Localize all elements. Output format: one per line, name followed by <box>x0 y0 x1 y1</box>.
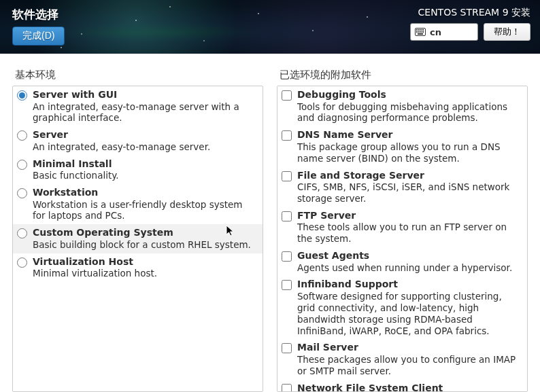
env-option-title: Custom Operating System <box>33 227 257 239</box>
addon-checkbox[interactable] <box>282 343 292 353</box>
addon-option-desc: CIFS, SMB, NFS, iSCSI, iSER, and iSNS ne… <box>297 181 522 204</box>
svg-rect-6 <box>418 31 420 33</box>
svg-rect-7 <box>420 31 422 33</box>
addon-option[interactable]: Infiniband SupportSoftware designed for … <box>277 276 527 339</box>
env-option-desc: Basic functionality. <box>33 170 257 181</box>
env-option-desc: Minimal virtualization host. <box>33 268 257 279</box>
env-option-desc: Workstation is a user-friendly desktop s… <box>33 199 257 222</box>
addon-checkbox[interactable] <box>282 384 292 392</box>
keyboard-layout-selector[interactable]: cn <box>410 23 478 41</box>
env-radio[interactable] <box>17 257 27 268</box>
addon-checkbox[interactable] <box>282 171 292 181</box>
addon-option[interactable]: File and Storage ServerCIFS, SMB, NFS, i… <box>277 167 527 207</box>
addon-option-title: Debugging Tools <box>297 89 522 101</box>
svg-rect-2 <box>418 29 420 31</box>
env-option[interactable]: ServerAn integrated, easy-to-manage serv… <box>13 126 263 155</box>
keyboard-icon <box>415 28 426 36</box>
page-title: 软件选择 <box>12 7 65 22</box>
addon-option[interactable]: FTP ServerThese tools allow you to run a… <box>277 207 527 247</box>
env-option-title: Server <box>33 129 257 141</box>
env-option[interactable]: WorkstationWorkstation is a user-friendl… <box>13 184 263 224</box>
env-option-desc: Basic building block for a custom RHEL s… <box>33 239 257 251</box>
addon-option-title: DNS Name Server <box>297 129 522 141</box>
base-env-list[interactable]: Server with GUIAn integrated, easy-to-ma… <box>12 86 263 392</box>
addon-checkbox[interactable] <box>282 90 292 101</box>
addon-option-title: Network File System Client <box>297 382 522 392</box>
env-option-title: Server with GUI <box>33 89 257 101</box>
addons-list[interactable]: Debugging ToolsTools for debugging misbe… <box>277 86 528 392</box>
env-radio[interactable] <box>17 160 27 170</box>
env-option[interactable]: Minimal InstallBasic functionality. <box>13 156 263 184</box>
keyboard-layout-code: cn <box>430 27 441 37</box>
addon-option-desc: This package group allows you to run a D… <box>297 141 522 164</box>
addon-option-desc: Agents used when running under a hypervi… <box>297 262 522 274</box>
addon-option[interactable]: DNS Name ServerThis package group allows… <box>277 126 527 166</box>
env-option-title: Workstation <box>33 187 257 199</box>
env-option[interactable]: Custom Operating SystemBasic building bl… <box>13 224 263 253</box>
svg-rect-9 <box>418 33 423 35</box>
svg-rect-4 <box>422 29 424 31</box>
installer-title: CENTOS STREAM 9 安装 <box>410 7 530 19</box>
addon-option-title: FTP Server <box>297 210 522 222</box>
svg-rect-8 <box>422 31 424 33</box>
env-option-desc: An integrated, easy-to-manage server. <box>33 141 257 153</box>
base-env-heading: 基本环境 <box>12 69 263 82</box>
env-radio[interactable] <box>17 188 27 198</box>
done-button[interactable]: 完成(D) <box>12 26 65 46</box>
env-radio[interactable] <box>17 130 27 141</box>
svg-rect-1 <box>416 29 418 31</box>
addons-heading: 已选环境的附加软件 <box>277 69 528 82</box>
env-radio[interactable] <box>17 228 27 238</box>
addon-checkbox[interactable] <box>282 130 292 141</box>
env-option[interactable]: Virtualization HostMinimal virtualizatio… <box>13 253 263 282</box>
addon-option-title: Infiniband Support <box>297 279 522 291</box>
svg-rect-3 <box>420 29 422 31</box>
addon-checkbox[interactable] <box>282 211 292 221</box>
addon-option-desc: Tools for debugging misbehaving applicat… <box>297 101 522 124</box>
env-radio[interactable] <box>17 90 27 101</box>
addon-option-title: File and Storage Server <box>297 170 522 182</box>
help-button[interactable]: 帮助！ <box>484 23 530 41</box>
addon-option-desc: These tools allow you to run an FTP serv… <box>297 221 522 245</box>
addon-option[interactable]: Debugging ToolsTools for debugging misbe… <box>277 86 527 126</box>
addon-checkbox[interactable] <box>282 251 292 262</box>
env-option-title: Virtualization Host <box>33 256 257 268</box>
env-option[interactable]: Server with GUIAn integrated, easy-to-ma… <box>13 86 263 126</box>
addon-option[interactable]: Mail ServerThese packages allow you to c… <box>277 339 527 379</box>
addon-option-title: Guest Agents <box>297 250 522 262</box>
env-option-title: Minimal Install <box>33 158 257 171</box>
addon-checkbox[interactable] <box>282 280 292 290</box>
svg-rect-5 <box>416 31 418 33</box>
addon-option-title: Mail Server <box>297 342 522 354</box>
addon-option-desc: Software designed for supporting cluster… <box>297 291 522 337</box>
addon-option-desc: These packages allow you to configure an… <box>297 354 522 377</box>
addon-option[interactable]: Guest AgentsAgents used when running und… <box>277 247 527 276</box>
addon-option[interactable]: Network File System ClientEnables the sy… <box>277 380 527 392</box>
header-bar: 软件选择 完成(D) CENTOS STREAM 9 安装 cn 帮助！ <box>0 0 540 54</box>
env-option-desc: An integrated, easy-to-manage server wit… <box>33 101 257 124</box>
